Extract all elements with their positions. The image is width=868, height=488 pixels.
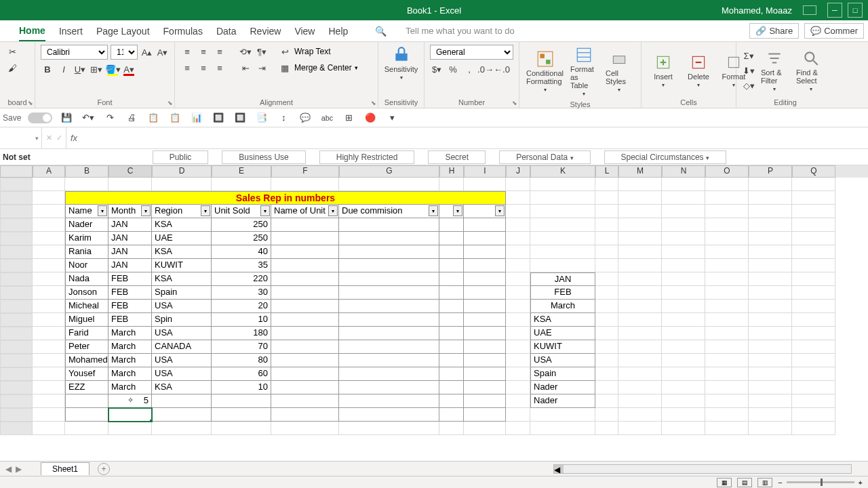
increase-decimal-icon[interactable]: .0→: [479, 62, 492, 76]
cell[interactable]: [464, 259, 506, 272]
side-list-item[interactable]: KSA: [530, 313, 595, 327]
tab-view[interactable]: View: [294, 22, 315, 41]
cell[interactable]: [530, 422, 595, 435]
data-region[interactable]: USA: [152, 354, 212, 367]
cell[interactable]: [271, 340, 339, 354]
cell[interactable]: [618, 394, 662, 408]
side-list-item[interactable]: [530, 218, 595, 232]
cell[interactable]: [506, 272, 530, 286]
cell[interactable]: [339, 300, 439, 313]
cell[interactable]: [705, 340, 749, 354]
cell[interactable]: [506, 286, 530, 300]
class-restricted[interactable]: Highly Restricted: [319, 150, 415, 164]
spreadsheet[interactable]: ABCDEFGHIJKLMNOPQSales Rep in numbersNam…: [0, 165, 868, 435]
cell[interactable]: [271, 327, 339, 340]
page-layout-view-icon[interactable]: ▤: [737, 478, 752, 487]
cell[interactable]: [530, 205, 595, 218]
cell[interactable]: [792, 340, 835, 354]
comments-button[interactable]: 💬Commer: [804, 23, 864, 39]
cell[interactable]: [662, 178, 705, 191]
cell[interactable]: [271, 394, 339, 408]
cell[interactable]: [749, 367, 792, 381]
qat-icon-6[interactable]: 🔲: [233, 110, 248, 125]
cell[interactable]: [792, 327, 835, 340]
cell[interactable]: [749, 300, 792, 313]
cell[interactable]: [662, 259, 705, 272]
cell[interactable]: [271, 218, 339, 232]
cell[interactable]: [662, 245, 705, 259]
side-list-item[interactable]: Spain: [530, 367, 595, 381]
cell[interactable]: [33, 381, 65, 394]
cell[interactable]: [464, 327, 506, 340]
cell[interactable]: [506, 381, 530, 394]
cell[interactable]: [662, 422, 705, 435]
cell[interactable]: [33, 313, 65, 327]
side-list-item[interactable]: [530, 259, 595, 272]
cell[interactable]: [749, 259, 792, 272]
data-units[interactable]: 80: [212, 354, 271, 367]
column-header-H[interactable]: H: [439, 165, 464, 178]
row-header[interactable]: [0, 408, 33, 422]
fx-icon[interactable]: fx: [71, 133, 77, 143]
data-month[interactable]: March: [108, 340, 152, 354]
data-units[interactable]: 35: [212, 259, 271, 272]
cell[interactable]: [439, 232, 464, 245]
cell[interactable]: [506, 178, 530, 191]
name-box[interactable]: ▾: [0, 127, 42, 148]
cell[interactable]: [339, 394, 439, 408]
row-header[interactable]: [0, 313, 33, 327]
page-break-view-icon[interactable]: ▥: [757, 478, 772, 487]
cell[interactable]: [339, 422, 439, 435]
data-name[interactable]: Miguel: [65, 313, 108, 327]
formula-input[interactable]: [83, 127, 868, 148]
column-header-G[interactable]: G: [339, 165, 439, 178]
side-list-item[interactable]: Nader: [530, 394, 595, 408]
data-units[interactable]: 60: [212, 367, 271, 381]
decrease-decimal-icon[interactable]: ←.0: [495, 62, 509, 76]
column-header-B[interactable]: B: [65, 165, 108, 178]
column-header-F[interactable]: F: [271, 165, 339, 178]
cell[interactable]: [439, 327, 464, 340]
qat-icon-8[interactable]: ↕: [276, 110, 291, 125]
cell[interactable]: [33, 205, 65, 218]
cell[interactable]: [339, 218, 439, 232]
cell[interactable]: [212, 422, 271, 435]
cell[interactable]: [506, 367, 530, 381]
cut-icon[interactable]: ✂: [5, 45, 19, 58]
data-region[interactable]: USA: [152, 300, 212, 313]
row-header[interactable]: [0, 300, 33, 313]
cell[interactable]: [618, 354, 662, 367]
cell[interactable]: [705, 408, 749, 422]
cell[interactable]: [662, 327, 705, 340]
qat-icon-1[interactable]: 🖨: [124, 110, 139, 125]
tab-review[interactable]: Review: [250, 22, 281, 41]
align-left-icon[interactable]: ≡: [180, 61, 194, 75]
font-size-select[interactable]: 11: [111, 45, 138, 60]
cell[interactable]: [595, 394, 618, 408]
cell[interactable]: [339, 327, 439, 340]
cell[interactable]: [792, 205, 835, 218]
cell[interactable]: [271, 232, 339, 245]
cell[interactable]: [339, 408, 439, 422]
formula-cancel-icon[interactable]: ✕: [46, 134, 52, 142]
cell[interactable]: [749, 218, 792, 232]
tab-help[interactable]: Help: [328, 22, 348, 41]
cell[interactable]: [108, 178, 152, 191]
cell[interactable]: [618, 191, 662, 205]
filter-dropdown-icon[interactable]: ▾: [429, 205, 438, 216]
cell[interactable]: [439, 367, 464, 381]
cell[interactable]: [271, 272, 339, 286]
cell[interactable]: [464, 286, 506, 300]
cell[interactable]: [662, 205, 705, 218]
cell[interactable]: [705, 381, 749, 394]
cell[interactable]: [439, 218, 464, 232]
cell[interactable]: [705, 259, 749, 272]
data-name[interactable]: Rania: [65, 245, 108, 259]
cell[interactable]: [618, 340, 662, 354]
table-title[interactable]: Sales Rep in numbers: [65, 191, 506, 205]
cell[interactable]: [506, 340, 530, 354]
qat-icon-3[interactable]: 📋: [167, 110, 182, 125]
cell[interactable]: [271, 408, 339, 422]
data-units[interactable]: 250: [212, 218, 271, 232]
sensitivity-button[interactable]: Sensitivity▾: [382, 45, 421, 82]
